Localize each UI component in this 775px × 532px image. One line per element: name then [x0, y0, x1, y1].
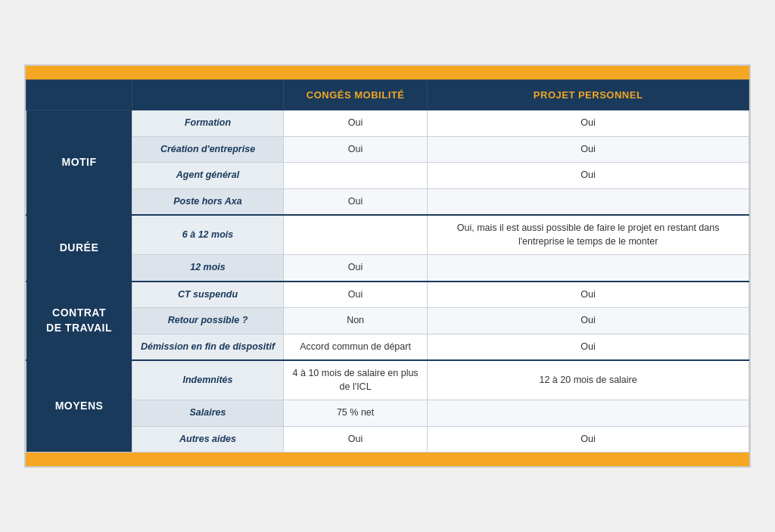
value-cell-col3: [284, 163, 428, 189]
value-cell-col4: Oui: [428, 426, 749, 453]
value-cell-col4: Oui: [428, 334, 749, 360]
value-cell-col3: Oui: [284, 188, 428, 215]
header-conges-mobilite: CONGÉS MOBILITÉ: [284, 80, 428, 110]
comparison-table: CONGÉS MOBILITÉ PROJET PERSONNEL MOTIFFo…: [24, 64, 751, 468]
label-cell: Agent général: [132, 163, 284, 189]
table-row: MOTIFFormationOuiOui: [26, 110, 749, 137]
value-cell-col4: [428, 400, 749, 427]
value-cell-col3: Non: [284, 308, 428, 334]
value-cell-col4: Oui: [428, 110, 749, 137]
label-cell: CT suspendu: [132, 282, 284, 308]
header-col1: [26, 80, 132, 110]
value-cell-col3: Oui: [284, 110, 428, 137]
label-cell: Retour possible ?: [132, 308, 284, 334]
value-cell-col3: Oui: [284, 282, 428, 308]
label-cell: 12 mois: [132, 255, 284, 282]
value-cell-col4: Oui: [428, 163, 749, 189]
table-row: Agent généralOui: [26, 163, 749, 189]
label-cell: Poste hors Axa: [132, 188, 284, 215]
value-cell-col3: Oui: [284, 136, 428, 163]
category-cell: MOYENS: [26, 360, 132, 453]
table-row: Poste hors AxaOui: [26, 188, 749, 215]
category-cell: DURÉE: [26, 215, 132, 282]
category-cell: CONTRAT DE TRAVAIL: [26, 282, 132, 361]
label-cell: Création d'entreprise: [132, 136, 284, 163]
value-cell-col3: [284, 215, 428, 255]
value-cell-col4: Oui: [428, 136, 749, 163]
table-row: CONTRAT DE TRAVAILCT suspenduOuiOui: [26, 282, 749, 308]
header-projet-personnel: PROJET PERSONNEL: [428, 80, 749, 110]
value-cell-col3: Oui: [284, 426, 428, 453]
label-cell: Salaires: [132, 400, 284, 427]
value-cell-col4: Oui: [428, 282, 749, 308]
label-cell: Indemnités: [132, 360, 284, 400]
value-cell-col3: Oui: [284, 255, 428, 282]
table-row: Autres aidesOuiOui: [26, 426, 749, 453]
table-row: Salaires75 % net: [26, 400, 749, 427]
value-cell-col4: [428, 188, 749, 215]
header-col2: [132, 80, 284, 110]
table-row: 12 moisOui: [26, 255, 749, 282]
value-cell-col4: Oui, mais il est aussi possible de faire…: [428, 215, 749, 255]
value-cell-col3: Accord commun de départ: [284, 334, 428, 360]
label-cell: Formation: [132, 110, 284, 137]
value-cell-col4: [428, 255, 749, 282]
table-row: DURÉE6 à 12 moisOui, mais il est aussi p…: [26, 215, 749, 255]
value-cell-col4: Oui: [428, 308, 749, 334]
value-cell-col3: 75 % net: [284, 400, 428, 427]
table-row: Retour possible ?NonOui: [26, 308, 749, 334]
value-cell-col3: 4 à 10 mois de salaire en plus de l'ICL: [284, 360, 428, 400]
table-row: Création d'entrepriseOuiOui: [26, 136, 749, 163]
label-cell: Démission en fin de dispositif: [132, 334, 284, 360]
label-cell: 6 à 12 mois: [132, 215, 284, 255]
category-cell: MOTIF: [26, 110, 132, 216]
bottom-bar: [26, 453, 749, 466]
top-bar: [26, 66, 749, 79]
label-cell: Autres aides: [132, 426, 284, 453]
table-row: Démission en fin de dispositifAccord com…: [26, 334, 749, 360]
table-row: MOYENSIndemnités4 à 10 mois de salaire e…: [26, 360, 749, 400]
value-cell-col4: 12 à 20 mois de salaire: [428, 360, 749, 400]
